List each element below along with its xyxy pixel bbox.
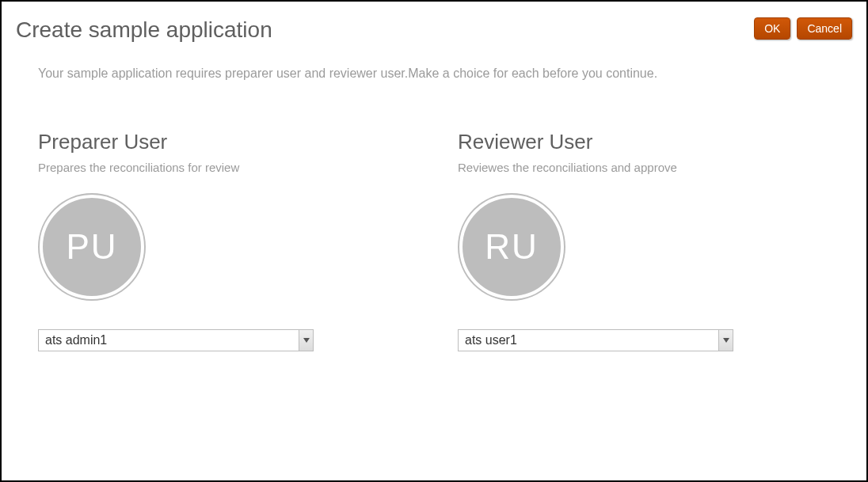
preparer-title: Preparer User — [38, 130, 410, 154]
cancel-button[interactable]: Cancel — [797, 17, 852, 40]
intro-text: Your sample application requires prepare… — [38, 66, 852, 81]
dialog-button-group: OK Cancel — [754, 17, 852, 40]
preparer-desc: Prepares the reconciliations for review — [38, 161, 410, 174]
preparer-select[interactable]: ats admin1 — [38, 329, 314, 351]
reviewer-select-value: ats user1 — [459, 333, 718, 347]
preparer-avatar: PU — [40, 195, 144, 299]
reviewer-column: Reviewer User Reviewes the reconciliatio… — [458, 130, 830, 351]
page-title: Create sample application — [16, 17, 272, 43]
reviewer-select[interactable]: ats user1 — [458, 329, 733, 351]
preparer-column: Preparer User Prepares the reconciliatio… — [38, 130, 410, 351]
reviewer-avatar: RU — [459, 195, 564, 299]
reviewer-avatar-initials: RU — [485, 227, 539, 267]
chevron-down-icon — [299, 330, 313, 351]
preparer-select-value: ats admin1 — [39, 333, 299, 347]
preparer-avatar-initials: PU — [66, 227, 117, 267]
reviewer-title: Reviewer User — [458, 130, 830, 154]
ok-button[interactable]: OK — [754, 17, 790, 40]
chevron-down-icon — [718, 330, 733, 351]
reviewer-desc: Reviewes the reconciliations and approve — [458, 161, 830, 174]
